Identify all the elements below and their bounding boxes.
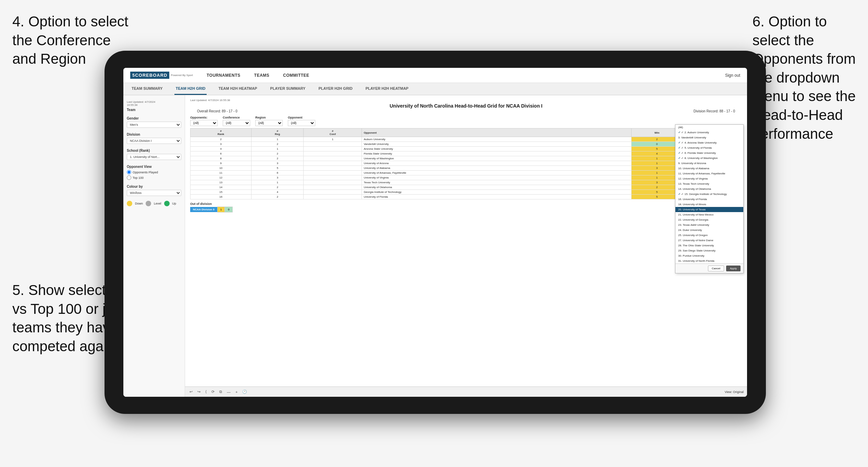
dropdown-item[interactable]: 12. University of Virginia bbox=[675, 176, 743, 181]
dropdown-item[interactable]: ✓ 15. Georgia Institute of Technology bbox=[675, 192, 743, 197]
tablet-screen: 5COREBOARD Powered By Sport TOURNAMENTS … bbox=[123, 68, 747, 397]
cell-rank: 14 bbox=[191, 185, 252, 190]
dropdown-item[interactable]: 3. Vanderbilt University bbox=[675, 135, 743, 140]
division-name: NCAA Division II bbox=[190, 207, 217, 212]
dropdown-item[interactable]: 16. University of Florida bbox=[675, 197, 743, 202]
dropdown-item[interactable]: ✓ 6. Florida State University bbox=[675, 150, 743, 156]
dropdown-item[interactable]: ✓ 2. Auburn University bbox=[675, 130, 743, 135]
opponent-view-radio: Opponents Played Top 100 bbox=[127, 170, 181, 180]
cell-conf bbox=[304, 161, 362, 166]
dropdown-item[interactable]: 23. Texas A&M University bbox=[675, 222, 743, 228]
nav-tournaments[interactable]: TOURNAMENTS bbox=[207, 73, 241, 78]
division-row: NCAA Division II 1 0 bbox=[190, 207, 742, 212]
cell-rank: 15 bbox=[191, 190, 252, 195]
cell-reg: 2 bbox=[252, 142, 304, 147]
dropdown-item[interactable]: (All) bbox=[675, 125, 743, 130]
conference-select[interactable]: (All) bbox=[223, 120, 250, 126]
school-select[interactable]: 1. University of Nort... bbox=[127, 154, 181, 160]
dropdown-item[interactable]: 21. University of New Mexico bbox=[675, 212, 743, 217]
dropdown-item[interactable]: 18. University of Illinois bbox=[675, 202, 743, 207]
radio-opponents-played[interactable]: Opponents Played bbox=[127, 170, 181, 174]
record-row: Overall Record: 89 - 17 - 0 Division Rec… bbox=[190, 109, 742, 113]
cell-reg: 5 bbox=[252, 166, 304, 171]
dropdown-item[interactable]: 31. University of North Florida bbox=[675, 258, 743, 263]
second-nav: TEAM SUMMARY TEAM H2H GRID TEAM H2H HEAT… bbox=[123, 83, 747, 95]
tab-team-summary[interactable]: TEAM SUMMARY bbox=[130, 83, 164, 95]
h2h-table: #Rank #Reg #Conf Opponent Win Loss 2 1 1… bbox=[190, 128, 742, 199]
dropdown-item[interactable]: 28. The Ohio State University bbox=[675, 243, 743, 248]
radio-top-100[interactable]: Top 100 bbox=[127, 175, 181, 180]
colour-select[interactable]: Win/loss bbox=[127, 190, 181, 196]
copy-btn[interactable]: ⧉ bbox=[218, 389, 223, 395]
opponent-filter: Opponent (All) bbox=[288, 116, 315, 126]
dropdown-item[interactable]: ✓ 4. Arizona State University bbox=[675, 140, 743, 145]
th-conf: #Conf bbox=[304, 128, 362, 137]
refresh-btn[interactable]: ⟳ bbox=[210, 389, 216, 395]
dropdown-item[interactable]: 25. University of Oregon bbox=[675, 233, 743, 238]
colour-section: Colour by Win/loss bbox=[127, 185, 181, 196]
back-btn[interactable]: ⟨ bbox=[204, 389, 208, 395]
redo-btn[interactable]: ↪ bbox=[196, 389, 201, 395]
tab-player-h2h-grid[interactable]: PLAYER H2H GRID bbox=[317, 83, 354, 95]
table-row: 9 3 University of Arizona 1 0 bbox=[191, 161, 742, 166]
dash-btn[interactable]: — bbox=[226, 389, 232, 395]
opponent-dropdown[interactable]: (All)✓ 2. Auburn University3. Vanderbilt… bbox=[675, 124, 744, 273]
cell-opponent: Florida State University bbox=[362, 151, 632, 156]
out-division-label: Out of division bbox=[190, 202, 742, 206]
team-section: Team bbox=[127, 108, 181, 112]
tab-player-summary[interactable]: PLAYER SUMMARY bbox=[269, 83, 307, 95]
table-row: 16 2 University of Florida 5 1 bbox=[191, 195, 742, 199]
division-select[interactable]: NCAA Division I bbox=[127, 138, 181, 144]
cell-opponent: University of Florida bbox=[362, 195, 632, 199]
right-content: Last Updated: 4/7/2024 16:55:38 Universi… bbox=[185, 95, 747, 397]
cell-opponent: University of Arizona bbox=[362, 161, 632, 166]
dropdown-item[interactable]: 27. University of Notre Dame bbox=[675, 238, 743, 243]
tab-team-h2h-heatmap[interactable]: TEAM H2H HEATMAP bbox=[217, 83, 258, 95]
dropdown-item[interactable]: 9. University of Arizona bbox=[675, 161, 743, 166]
cell-conf bbox=[304, 171, 362, 175]
dropdown-item[interactable]: 14. University of Oklahoma bbox=[675, 186, 743, 192]
table-container: #Rank #Reg #Conf Opponent Win Loss 2 1 1… bbox=[190, 128, 742, 199]
dropdown-item[interactable]: 30. Purdue University bbox=[675, 253, 743, 258]
apply-button[interactable]: Apply bbox=[726, 266, 741, 271]
cell-opponent: Vanderbilt University bbox=[362, 142, 632, 147]
tab-player-h2h-heatmap[interactable]: PLAYER H2H HEATMAP bbox=[364, 83, 410, 95]
th-rank: #Rank bbox=[191, 128, 252, 137]
cell-reg: 1 bbox=[252, 147, 304, 151]
table-row: 6 2 Florida State University 4 2 bbox=[191, 151, 742, 156]
cell-opponent: Auburn University bbox=[362, 137, 632, 142]
nav-committee[interactable]: COMMITTEE bbox=[283, 73, 309, 78]
undo-btn[interactable]: ↩ bbox=[188, 389, 194, 395]
dropdown-item[interactable]: 13. Texas Tech University bbox=[675, 181, 743, 186]
cell-reg: 3 bbox=[252, 161, 304, 166]
dropdown-item[interactable]: 22. University of Georgia bbox=[675, 217, 743, 222]
nav-sign-out[interactable]: Sign out bbox=[725, 73, 740, 78]
opponents-filter: Opponents: (All) bbox=[190, 116, 218, 126]
dropdown-item[interactable]: 24. Duke University bbox=[675, 228, 743, 233]
cell-rank: 10 bbox=[191, 166, 252, 171]
cell-conf: 1 bbox=[304, 137, 362, 142]
cell-opponent: University of Arkansas, Fayetteville bbox=[362, 171, 632, 175]
clock-btn[interactable]: 🕐 bbox=[241, 389, 248, 395]
cell-rank: 2 bbox=[191, 137, 252, 142]
dropdown-item[interactable]: 10. University of Alabama bbox=[675, 166, 743, 171]
tab-team-h2h-grid[interactable]: TEAM H2H GRID bbox=[174, 83, 207, 95]
opponents-select[interactable]: (All) bbox=[190, 120, 218, 126]
cancel-button[interactable]: Cancel bbox=[708, 266, 724, 271]
region-select[interactable]: (All) bbox=[255, 120, 283, 126]
cell-reg: 2 bbox=[252, 151, 304, 156]
cell-conf bbox=[304, 156, 362, 161]
plus-btn[interactable]: + bbox=[234, 389, 239, 395]
dropdown-item[interactable]: 20. University of Texas bbox=[675, 207, 743, 212]
dropdown-item[interactable]: ✓ 8. University of Washington bbox=[675, 156, 743, 161]
annotation-top-right: 6. Option to select the Opponents from t… bbox=[753, 12, 856, 143]
opponent-select[interactable]: (All) bbox=[288, 120, 315, 126]
sidebar: Last Updated: 4/7/2024 16:55:38 Team Gen… bbox=[123, 95, 185, 397]
table-row: 4 1 Arizona State University 5 1 bbox=[191, 147, 742, 151]
dropdown-item[interactable]: ✓ 5. University of Florida bbox=[675, 145, 743, 150]
gender-select[interactable]: Men's bbox=[127, 122, 181, 128]
cell-opponent: Texas Tech University bbox=[362, 180, 632, 185]
dropdown-item[interactable]: 11. University of Arkansas, Fayetteville bbox=[675, 171, 743, 176]
dropdown-item[interactable]: 29. San Diego State University bbox=[675, 248, 743, 253]
nav-teams[interactable]: TEAMS bbox=[254, 73, 270, 78]
